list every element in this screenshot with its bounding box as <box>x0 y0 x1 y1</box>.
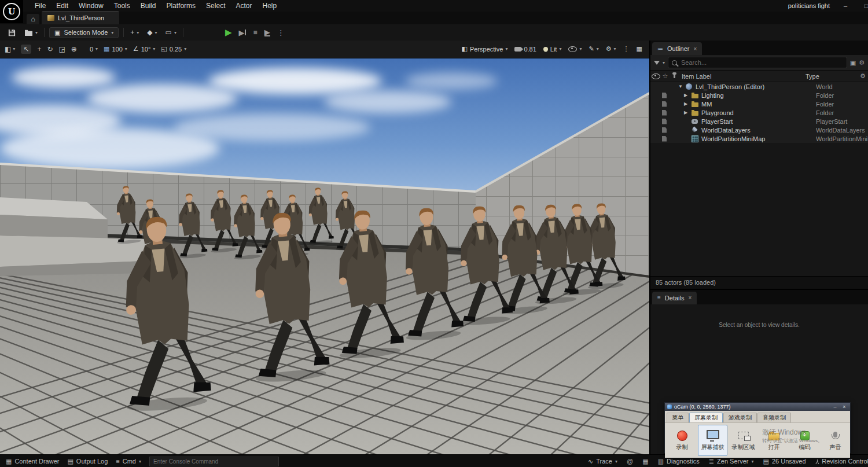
move-snap-dropdown[interactable]: 0▾ <box>90 46 98 53</box>
diagnostics-button[interactable]: ▥Diagnostics <box>658 458 700 465</box>
unreal-logo[interactable]: U <box>0 0 23 23</box>
save-button[interactable] <box>6 27 18 38</box>
outliner-row[interactable]: ▶ Lighting Folder <box>650 91 868 100</box>
column-type[interactable]: Type <box>806 73 858 80</box>
menu-item[interactable]: Platforms <box>161 1 200 11</box>
filter-icon[interactable] <box>654 61 660 65</box>
viewmode-brush-dropdown[interactable]: ✎▾ <box>589 45 598 53</box>
tab-details[interactable]: ≡ Details × <box>652 292 697 304</box>
unsaved-button[interactable]: ▤26 Unsaved <box>763 458 806 465</box>
grid-size-dropdown[interactable]: ▦100▾ <box>104 45 127 53</box>
menu-item[interactable]: Build <box>136 1 161 11</box>
tab-level[interactable]: Lvl_ThirdPerson <box>42 11 119 24</box>
outliner-search-box[interactable] <box>668 57 847 68</box>
quick-add-button[interactable]: +▾ <box>128 27 141 38</box>
ocam-close-button[interactable]: × <box>841 404 848 410</box>
menu-item[interactable]: Help <box>258 1 281 11</box>
ocam-tab[interactable]: 菜单 <box>667 413 689 422</box>
menu-item[interactable]: Select <box>201 1 230 11</box>
expander-arrow[interactable]: ▼ <box>678 84 685 89</box>
lit-dropdown[interactable]: Lit▾ <box>543 46 562 53</box>
play-button[interactable]: ▶ <box>225 27 232 38</box>
search-input[interactable] <box>680 58 843 67</box>
ocam-tab[interactable]: 游戏录制 <box>723 413 757 422</box>
move-tool-button[interactable]: + <box>37 45 41 53</box>
cmd-dropdown[interactable]: ≡Cmd▾ <box>116 458 141 465</box>
outliner-row[interactable]: ▼ Lvl_ThirdPerson (Editor) World <box>650 82 868 91</box>
maximize-button[interactable]: □ <box>861 2 868 9</box>
frame-skip-button[interactable]: ▶ <box>238 28 246 37</box>
details-close-icon[interactable]: × <box>688 295 692 301</box>
outliner-row[interactable]: WorldPartitionMiniMap WorldPartitionMini… <box>650 134 868 143</box>
output-log-button[interactable]: ▤Output Log <box>67 458 108 465</box>
caret-icon[interactable]: ▾ <box>663 60 665 65</box>
outliner-row[interactable]: ▶ MM Folder <box>650 100 868 108</box>
pin-column-icon[interactable] <box>674 74 675 78</box>
ocam-button[interactable]: 编码 <box>790 425 819 456</box>
world-space-button[interactable]: ⊕ <box>71 45 77 53</box>
select-tool-button[interactable]: ↖ <box>21 45 31 54</box>
scale-tool-button[interactable]: ◲ <box>59 45 65 53</box>
stop-button[interactable]: ■ <box>253 28 257 36</box>
character-figure[interactable] <box>236 209 338 385</box>
maximize-viewport-icon[interactable]: ▦ <box>637 45 642 53</box>
home-button[interactable]: ⌂ <box>27 14 39 24</box>
ocam-button[interactable]: 屏幕捕获 <box>698 425 727 456</box>
zen-server-dropdown[interactable]: ≣Zen Server▾ <box>709 458 754 465</box>
content-drawer-button[interactable]: ▦Content Drawer <box>6 458 59 465</box>
outliner-row[interactable]: PlayerStart PlayerStart <box>650 117 868 126</box>
revision-control-dropdown[interactable]: YRevision Control▾ <box>815 458 868 465</box>
ocam-button[interactable]: 打开 <box>759 425 789 456</box>
blueprints-button[interactable]: ◆▾ <box>145 27 159 38</box>
play-options-kebab-icon[interactable]: ⋮ <box>277 28 285 37</box>
tab-outliner[interactable]: ≔ Outliner × <box>652 42 702 55</box>
menu-item[interactable]: Tools <box>109 1 135 11</box>
trace-dropdown[interactable]: ∿Trace▾ <box>588 458 617 465</box>
visibility-column-icon[interactable] <box>652 73 660 79</box>
menu-item[interactable]: Edit <box>52 1 73 11</box>
viewport-kebab-icon[interactable]: ⋮ <box>623 45 630 53</box>
scale-snap-dropdown[interactable]: ◱0.25▾ <box>161 45 186 53</box>
save-search-icon[interactable]: ▣ <box>850 59 856 67</box>
menu-item[interactable]: File <box>30 1 50 11</box>
menu-item[interactable]: Window <box>74 1 108 11</box>
ocam-button[interactable]: 录制 <box>667 425 697 456</box>
minimize-button[interactable]: – <box>840 2 851 9</box>
character-figure[interactable] <box>104 213 221 415</box>
outliner-row[interactable]: ▶ Playground Folder <box>650 108 868 117</box>
viewport-options-button[interactable]: ◧▾ <box>5 45 15 53</box>
perspective-dropdown[interactable]: ◧Perspective▾ <box>461 45 507 53</box>
outliner-row[interactable]: WorldDataLayers WorldDataLayers <box>650 126 868 134</box>
content-browser-button[interactable]: ▾ <box>23 28 39 38</box>
ocam-tab[interactable]: 屏幕录制 <box>689 413 723 422</box>
rotate-tool-button[interactable]: ↻ <box>47 45 53 53</box>
character-figure[interactable] <box>322 207 411 361</box>
grid-status-icon[interactable]: ▦ <box>642 458 648 465</box>
console-input[interactable] <box>149 457 279 466</box>
menu-item[interactable]: Actor <box>231 1 256 11</box>
ocam-button[interactable]: 录制区域 <box>729 425 758 456</box>
selection-mode-dropdown[interactable]: ▣ Selection Mode ▾ <box>49 27 119 38</box>
outliner-close-icon[interactable]: × <box>694 46 697 52</box>
cinematics-button[interactable]: ▭▾ <box>164 27 178 38</box>
show-flags-dropdown[interactable]: ▾ <box>568 46 582 52</box>
ocam-tab[interactable]: 音频录制 <box>757 413 791 422</box>
level-icon <box>47 15 54 21</box>
viewport-3d[interactable] <box>0 58 649 454</box>
viewport-settings-dropdown[interactable]: ⚙▾ <box>606 45 616 53</box>
lit-bulb-icon <box>543 47 548 52</box>
expander-arrow[interactable]: ▶ <box>684 110 690 115</box>
star-column-icon[interactable]: ☆ <box>661 72 670 80</box>
launch-button[interactable]: ▶ <box>264 29 270 36</box>
column-item-label[interactable]: Item Label <box>679 73 806 80</box>
outliner-settings-gear-icon[interactable]: ⚙ <box>859 59 865 67</box>
expander-arrow[interactable]: ▶ <box>684 101 690 106</box>
at-icon[interactable]: @ <box>627 458 633 465</box>
rotate-snap-dropdown[interactable]: ∠10°▾ <box>133 45 156 53</box>
ocam-button[interactable]: 声音 <box>821 425 850 456</box>
camera-speed-button[interactable]: 0.81 <box>514 46 536 53</box>
caret-icon: ▾ <box>153 46 155 52</box>
expander-arrow[interactable]: ▶ <box>684 93 690 98</box>
ocam-minimize-button[interactable]: – <box>832 404 838 410</box>
column-settings-gear-icon[interactable]: ⚙ <box>858 72 868 80</box>
